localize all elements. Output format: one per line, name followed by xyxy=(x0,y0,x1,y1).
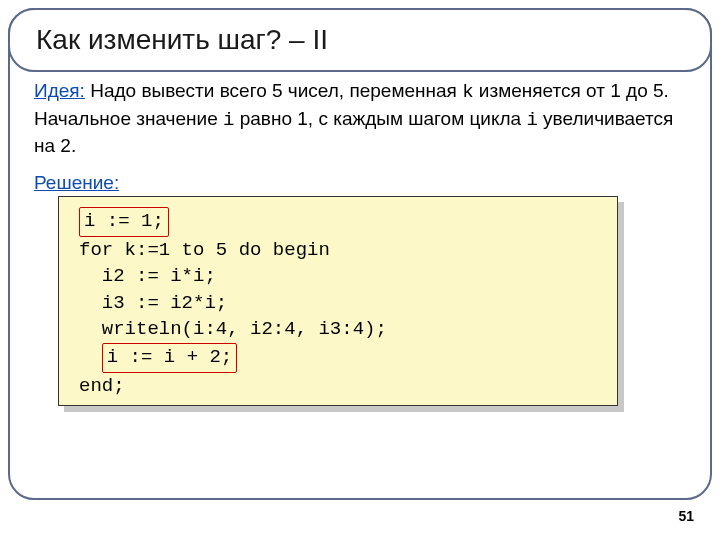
code-line-1-highlight: i := 1; xyxy=(79,207,169,237)
code-line-2: for k:=1 to 5 do begin xyxy=(79,239,330,261)
idea-text-3: равно 1, с каждым шагом цикла xyxy=(234,108,526,129)
idea-paragraph: Идея: Надо вывести всего 5 чисел, переме… xyxy=(34,78,686,160)
code-line-6-highlight: i := i + 2; xyxy=(102,343,237,373)
idea-var-i2: i xyxy=(526,109,537,131)
code-line-3: i2 := i*i; xyxy=(79,265,216,287)
title-container: Как изменить шаг? – II xyxy=(8,8,712,72)
code-line-5: writeln(i:4, i2:4, i3:4); xyxy=(79,318,387,340)
idea-var-k: k xyxy=(462,81,473,103)
idea-text-1: Надо вывести всего 5 чисел, переменная xyxy=(85,80,462,101)
slide-title: Как изменить шаг? – II xyxy=(36,24,684,56)
code-box: i := 1; for k:=1 to 5 do begin i2 := i*i… xyxy=(58,196,618,406)
idea-var-i: i xyxy=(223,109,234,131)
page-number: 51 xyxy=(678,508,694,524)
code-line-4: i3 := i2*i; xyxy=(79,292,227,314)
idea-label: Идея: xyxy=(34,80,85,101)
code-line-7: end; xyxy=(79,375,125,397)
slide-frame: Как изменить шаг? – II Идея: Надо вывест… xyxy=(8,8,712,500)
slide-body: Идея: Надо вывести всего 5 чисел, переме… xyxy=(34,78,686,196)
solution-label: Решение: xyxy=(34,172,686,194)
